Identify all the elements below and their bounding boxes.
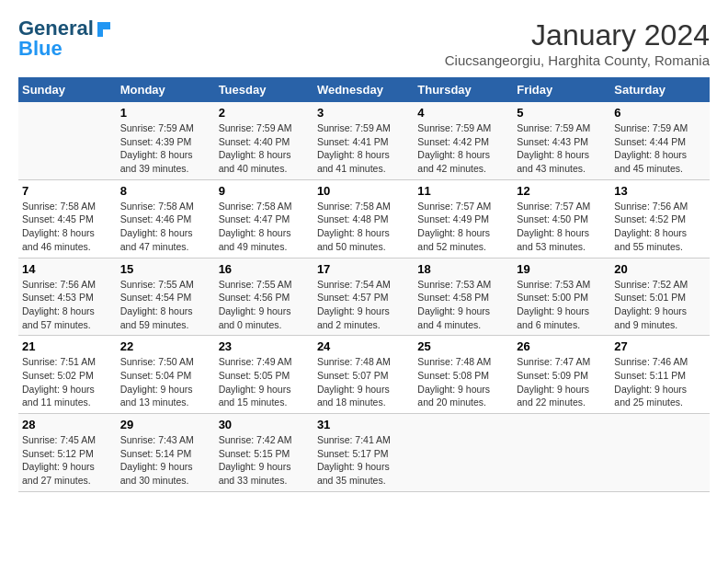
day-info: Sunrise: 7:41 AM Sunset: 5:17 PM Dayligh… [317,433,410,488]
day-cell: 3Sunrise: 7:59 AM Sunset: 4:41 PM Daylig… [313,102,414,179]
day-number: 9 [219,184,310,198]
title-block: January 2024 Ciucsangeorgiu, Harghita Co… [445,18,710,68]
day-info: Sunrise: 7:45 AM Sunset: 5:12 PM Dayligh… [22,433,113,488]
day-cell: 17Sunrise: 7:54 AM Sunset: 4:57 PM Dayli… [313,258,414,336]
day-number: 23 [219,339,310,353]
day-number: 8 [120,184,211,198]
week-row-1: 1Sunrise: 7:59 AM Sunset: 4:39 PM Daylig… [18,102,710,179]
weekday-header-monday: Monday [117,77,215,102]
day-number: 27 [614,339,706,353]
day-number: 12 [517,184,607,198]
logo-text-blue: Blue [18,39,63,59]
day-info: Sunrise: 7:53 AM Sunset: 4:58 PM Dayligh… [417,278,509,332]
day-cell: 18Sunrise: 7:53 AM Sunset: 4:58 PM Dayli… [414,258,513,336]
week-row-2: 7Sunrise: 7:58 AM Sunset: 4:45 PM Daylig… [18,179,710,258]
weekday-header-sunday: Sunday [18,77,117,102]
day-number: 17 [317,262,410,276]
day-number: 7 [22,184,113,198]
day-info: Sunrise: 7:57 AM Sunset: 4:50 PM Dayligh… [517,200,607,254]
day-cell: 28Sunrise: 7:45 AM Sunset: 5:12 PM Dayli… [18,414,117,492]
day-number: 20 [614,262,706,276]
day-cell: 19Sunrise: 7:53 AM Sunset: 5:00 PM Dayli… [513,258,610,336]
page-header: General Blue January 2024 Ciucsangeorgiu… [18,18,710,68]
day-info: Sunrise: 7:53 AM Sunset: 5:00 PM Dayligh… [517,278,607,332]
day-cell: 6Sunrise: 7:59 AM Sunset: 4:44 PM Daylig… [610,102,710,179]
day-cell: 26Sunrise: 7:47 AM Sunset: 5:09 PM Dayli… [513,336,610,414]
day-cell: 31Sunrise: 7:41 AM Sunset: 5:17 PM Dayli… [313,414,414,492]
day-info: Sunrise: 7:48 AM Sunset: 5:07 PM Dayligh… [317,355,410,409]
day-number: 25 [417,339,509,353]
day-number: 30 [219,418,310,431]
month-title: January 2024 [445,18,710,52]
day-info: Sunrise: 7:49 AM Sunset: 5:05 PM Dayligh… [219,355,310,409]
day-info: Sunrise: 7:58 AM Sunset: 4:46 PM Dayligh… [120,200,211,254]
calendar-table: SundayMondayTuesdayWednesdayThursdayFrid… [18,77,710,492]
day-number: 26 [517,339,607,353]
day-number: 21 [22,339,113,353]
day-info: Sunrise: 7:55 AM Sunset: 4:54 PM Dayligh… [120,278,211,332]
day-cell: 7Sunrise: 7:58 AM Sunset: 4:45 PM Daylig… [18,179,117,258]
weekday-header-wednesday: Wednesday [313,77,414,102]
day-cell: 15Sunrise: 7:55 AM Sunset: 4:54 PM Dayli… [117,258,215,336]
day-info: Sunrise: 7:48 AM Sunset: 5:08 PM Dayligh… [417,355,509,409]
day-cell [18,102,117,179]
day-cell [414,414,513,492]
day-number: 13 [614,184,706,198]
day-number: 19 [517,262,607,276]
day-info: Sunrise: 7:59 AM Sunset: 4:44 PM Dayligh… [614,121,706,176]
day-cell: 23Sunrise: 7:49 AM Sunset: 5:05 PM Dayli… [215,336,313,414]
day-info: Sunrise: 7:58 AM Sunset: 4:45 PM Dayligh… [22,200,113,254]
day-cell: 29Sunrise: 7:43 AM Sunset: 5:14 PM Dayli… [117,414,215,492]
day-number: 16 [219,262,310,276]
day-number: 22 [120,339,211,353]
day-info: Sunrise: 7:55 AM Sunset: 4:56 PM Dayligh… [219,278,310,332]
day-info: Sunrise: 7:47 AM Sunset: 5:09 PM Dayligh… [517,355,607,409]
day-cell: 2Sunrise: 7:59 AM Sunset: 4:40 PM Daylig… [215,102,313,179]
day-cell: 24Sunrise: 7:48 AM Sunset: 5:07 PM Dayli… [313,336,414,414]
day-cell: 14Sunrise: 7:56 AM Sunset: 4:53 PM Dayli… [18,258,117,336]
day-cell: 16Sunrise: 7:55 AM Sunset: 4:56 PM Dayli… [215,258,313,336]
logo-text-general: General [18,18,94,39]
day-cell [610,414,710,492]
day-info: Sunrise: 7:51 AM Sunset: 5:02 PM Dayligh… [22,355,113,409]
day-cell: 13Sunrise: 7:56 AM Sunset: 4:52 PM Dayli… [610,179,710,258]
day-cell: 21Sunrise: 7:51 AM Sunset: 5:02 PM Dayli… [18,336,117,414]
day-cell: 10Sunrise: 7:58 AM Sunset: 4:48 PM Dayli… [313,179,414,258]
weekday-header-row: SundayMondayTuesdayWednesdayThursdayFrid… [18,77,710,102]
day-cell: 20Sunrise: 7:52 AM Sunset: 5:01 PM Dayli… [610,258,710,336]
day-number: 15 [120,262,211,276]
day-info: Sunrise: 7:56 AM Sunset: 4:52 PM Dayligh… [614,200,706,254]
day-info: Sunrise: 7:43 AM Sunset: 5:14 PM Dayligh… [120,433,211,488]
day-number: 14 [22,262,113,276]
day-number: 29 [120,418,211,431]
week-row-5: 28Sunrise: 7:45 AM Sunset: 5:12 PM Dayli… [18,414,710,492]
day-cell: 4Sunrise: 7:59 AM Sunset: 4:42 PM Daylig… [414,102,513,179]
day-cell: 25Sunrise: 7:48 AM Sunset: 5:08 PM Dayli… [414,336,513,414]
day-cell: 5Sunrise: 7:59 AM Sunset: 4:43 PM Daylig… [513,102,610,179]
day-info: Sunrise: 7:42 AM Sunset: 5:15 PM Dayligh… [219,433,310,488]
day-cell [513,414,610,492]
day-number: 6 [614,106,706,120]
svg-marker-0 [97,22,110,37]
day-cell: 8Sunrise: 7:58 AM Sunset: 4:46 PM Daylig… [117,179,215,258]
day-info: Sunrise: 7:50 AM Sunset: 5:04 PM Dayligh… [120,355,211,409]
day-info: Sunrise: 7:57 AM Sunset: 4:49 PM Dayligh… [417,200,509,254]
day-number: 4 [417,106,509,120]
day-info: Sunrise: 7:59 AM Sunset: 4:42 PM Dayligh… [417,121,509,176]
day-info: Sunrise: 7:59 AM Sunset: 4:41 PM Dayligh… [317,121,410,176]
day-number: 24 [317,339,410,353]
day-info: Sunrise: 7:54 AM Sunset: 4:57 PM Dayligh… [317,278,410,332]
day-number: 3 [317,106,410,120]
weekday-header-thursday: Thursday [414,77,513,102]
day-number: 18 [417,262,509,276]
day-info: Sunrise: 7:46 AM Sunset: 5:11 PM Dayligh… [614,355,706,409]
logo: General Blue [18,18,110,59]
day-cell: 12Sunrise: 7:57 AM Sunset: 4:50 PM Dayli… [513,179,610,258]
day-number: 5 [517,106,607,120]
logo-bird-icon [94,20,110,37]
day-cell: 30Sunrise: 7:42 AM Sunset: 5:15 PM Dayli… [215,414,313,492]
weekday-header-friday: Friday [513,77,610,102]
day-cell: 11Sunrise: 7:57 AM Sunset: 4:49 PM Dayli… [414,179,513,258]
day-number: 10 [317,184,410,198]
day-cell: 9Sunrise: 7:58 AM Sunset: 4:47 PM Daylig… [215,179,313,258]
